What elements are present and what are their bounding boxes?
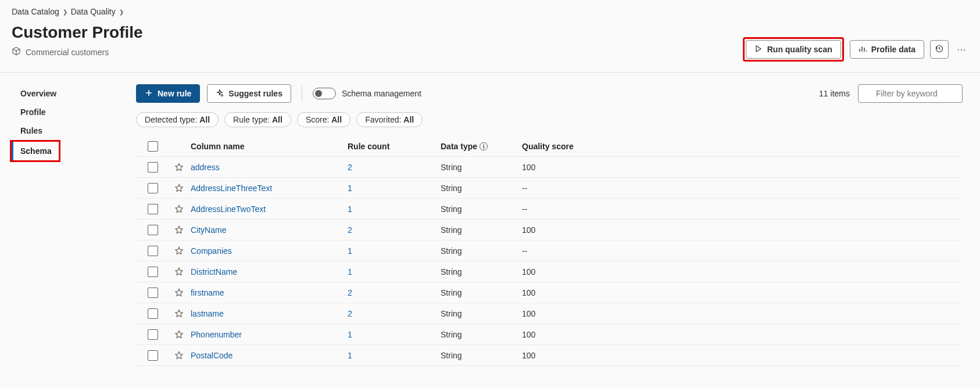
favorite-star-icon[interactable] — [167, 309, 191, 318]
select-all-checkbox[interactable] — [148, 141, 158, 152]
data-type-cell: String — [441, 330, 522, 339]
table-row: AddressLineTwoText1String-- — [136, 199, 963, 220]
favorite-star-icon[interactable] — [167, 184, 191, 193]
quality-score-cell: 100 — [522, 267, 960, 276]
schema-management-toggle[interactable]: Schema management — [313, 88, 421, 99]
new-rule-button[interactable]: New rule — [136, 84, 200, 103]
breadcrumb-item[interactable]: Data Quality — [71, 7, 116, 16]
rule-count-link[interactable]: 1 — [348, 351, 352, 360]
rule-count-link[interactable]: 1 — [348, 246, 352, 256]
filter-label: Score: — [306, 115, 329, 124]
rule-count-link[interactable]: 1 — [348, 267, 352, 276]
filter-value: All — [272, 115, 282, 124]
table-row: DistrictName1String100 — [136, 261, 963, 282]
rule-count-link[interactable]: 2 — [348, 225, 352, 235]
column-name-link[interactable]: DistrictName — [191, 267, 237, 276]
svg-point-1 — [221, 94, 223, 96]
table-header: Column name Rule count Data type i Quali… — [136, 136, 963, 157]
row-checkbox[interactable] — [148, 288, 158, 298]
filter-value: All — [331, 115, 342, 124]
header-quality-score[interactable]: Quality score — [522, 142, 960, 151]
toolbar: New rule Suggest rules Schema managemen — [136, 84, 963, 103]
filter-rule-type[interactable]: Rule type: All — [224, 112, 291, 127]
row-checkbox[interactable] — [148, 329, 158, 340]
sidebar-item-rules[interactable]: Rules — [12, 121, 128, 140]
info-icon[interactable]: i — [480, 142, 488, 150]
column-name-link[interactable]: Phonenumber — [191, 330, 242, 339]
sidebar-item-overview[interactable]: Overview — [12, 84, 128, 103]
favorite-star-icon[interactable] — [167, 330, 191, 339]
sidebar-item-profile[interactable]: Profile — [12, 103, 128, 121]
filter-score[interactable]: Score: All — [297, 112, 350, 127]
row-checkbox[interactable] — [148, 225, 158, 235]
quality-score-cell: 100 — [522, 351, 960, 360]
column-name-link[interactable]: Companies — [191, 246, 232, 256]
header-rule-count[interactable]: Rule count — [348, 142, 441, 151]
column-name-link[interactable]: CityName — [191, 225, 226, 235]
table-row: CityName2String100 — [136, 220, 963, 240]
favorite-star-icon[interactable] — [167, 288, 191, 297]
schema-table: Column name Rule count Data type i Quali… — [136, 136, 963, 366]
column-name-link[interactable]: AddressLineThreeText — [191, 184, 272, 193]
history-button[interactable] — [930, 40, 949, 59]
rule-count-link[interactable]: 1 — [348, 184, 352, 193]
rule-count-link[interactable]: 2 — [348, 309, 352, 318]
row-checkbox[interactable] — [148, 246, 158, 256]
favorite-star-icon[interactable] — [167, 204, 191, 214]
column-name-link[interactable]: address — [191, 163, 220, 172]
toggle-knob — [315, 90, 322, 97]
header-column-name[interactable]: Column name — [191, 142, 348, 151]
filter-detected-type[interactable]: Detected type: All — [136, 112, 219, 127]
quality-score-cell: -- — [522, 184, 960, 193]
highlight-annotation: Run quality scan — [743, 37, 844, 62]
quality-score-cell: -- — [522, 246, 960, 256]
table-row: Companies1String-- — [136, 240, 963, 261]
suggest-rules-button[interactable]: Suggest rules — [207, 84, 291, 103]
rule-count-link[interactable]: 2 — [348, 288, 352, 297]
divider — [302, 85, 302, 102]
favorite-star-icon[interactable] — [167, 246, 191, 256]
header-data-type-label: Data type — [441, 142, 477, 151]
table-row: lastname2String100 — [136, 303, 963, 324]
quality-score-cell: 100 — [522, 163, 960, 172]
chevron-right-icon: ❯ — [119, 9, 124, 15]
data-type-cell: String — [441, 184, 522, 193]
column-name-link[interactable]: firstname — [191, 288, 224, 297]
table-row: address2String100 — [136, 157, 963, 178]
row-checkbox[interactable] — [148, 204, 158, 214]
quality-score-cell: 100 — [522, 330, 960, 339]
breadcrumb-item[interactable]: Data Catalog — [12, 7, 59, 16]
toggle-switch[interactable] — [313, 88, 336, 99]
column-name-link[interactable]: lastname — [191, 309, 224, 318]
data-type-cell: String — [441, 288, 522, 297]
column-name-link[interactable]: PostalCode — [191, 351, 233, 360]
favorite-star-icon[interactable] — [167, 351, 191, 360]
quality-score-cell: 100 — [522, 288, 960, 297]
filter-value: All — [403, 115, 414, 124]
rule-count-link[interactable]: 1 — [348, 330, 352, 339]
favorite-star-icon[interactable] — [167, 267, 191, 276]
filter-keyword-input[interactable] — [858, 84, 963, 103]
filter-favorited[interactable]: Favorited: All — [356, 112, 423, 127]
data-type-cell: String — [441, 246, 522, 256]
run-quality-scan-button[interactable]: Run quality scan — [746, 40, 841, 59]
row-checkbox[interactable] — [148, 308, 158, 319]
profile-data-button[interactable]: Profile data — [850, 40, 924, 59]
row-checkbox[interactable] — [148, 350, 158, 361]
row-checkbox[interactable] — [148, 183, 158, 193]
history-icon — [935, 45, 943, 55]
page-title: Customer Profile — [12, 23, 143, 42]
favorite-star-icon[interactable] — [167, 225, 191, 235]
sparkle-icon — [216, 89, 224, 99]
sidebar-item-schema[interactable]: Schema — [12, 142, 59, 160]
filter-label: Favorited: — [365, 115, 401, 124]
row-checkbox[interactable] — [148, 162, 158, 173]
filter-label: Rule type: — [233, 115, 270, 124]
rule-count-link[interactable]: 2 — [348, 163, 352, 172]
header-data-type[interactable]: Data type i — [441, 142, 522, 151]
rule-count-link[interactable]: 1 — [348, 204, 352, 214]
more-actions-button[interactable]: ⋯ — [954, 42, 968, 58]
row-checkbox[interactable] — [148, 267, 158, 277]
favorite-star-icon[interactable] — [167, 163, 191, 172]
column-name-link[interactable]: AddressLineTwoText — [191, 204, 266, 214]
